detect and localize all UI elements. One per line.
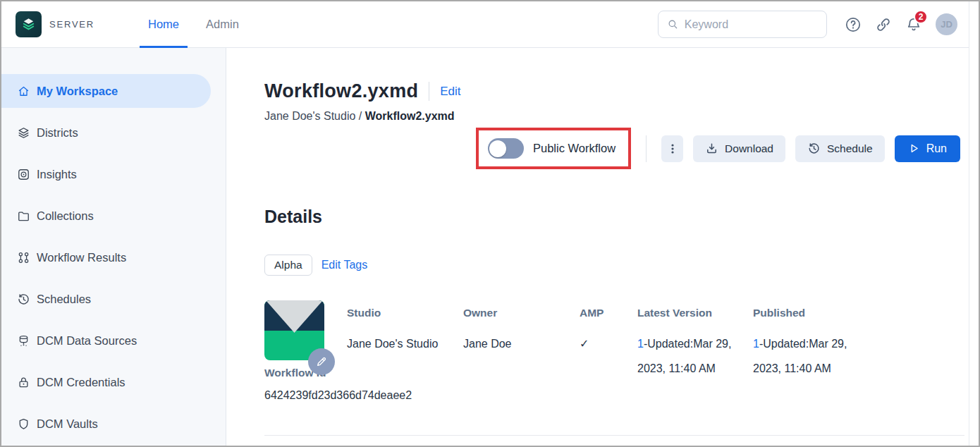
field-published: Published 1-Updated:Mar 29, 2023, 11:40 … bbox=[753, 300, 869, 402]
studio-label: Studio bbox=[347, 307, 463, 319]
edit-title-link[interactable]: Edit bbox=[440, 85, 460, 99]
sidebar-item-label: Districts bbox=[37, 126, 78, 140]
folder-icon bbox=[17, 209, 30, 223]
help-icon[interactable] bbox=[845, 16, 862, 33]
run-label: Run bbox=[926, 142, 947, 155]
sidebar-item-my-workspace[interactable]: My Workspace bbox=[1, 74, 211, 108]
sidebar-item-label: Insights bbox=[37, 168, 77, 181]
published-text: -Updated:Mar 29, 2023, 11:40 AM bbox=[753, 338, 847, 374]
primary-nav: Home Admin bbox=[145, 1, 242, 48]
sidebar-item-schedules[interactable]: Schedules bbox=[1, 282, 226, 316]
avatar[interactable]: JD bbox=[936, 13, 957, 35]
field-amp: AMP ✓ bbox=[580, 300, 637, 402]
search-input[interactable] bbox=[685, 18, 818, 31]
actions-row: Public Workflow Download bbox=[264, 128, 960, 169]
header-controls: 2 JD bbox=[658, 11, 957, 38]
nodes-icon bbox=[17, 251, 30, 264]
database-icon bbox=[17, 334, 30, 348]
layers-logo-icon bbox=[19, 15, 38, 34]
sidebar-item-dcm-vaults[interactable]: DCM Vaults bbox=[1, 407, 226, 441]
lock-icon bbox=[17, 376, 30, 389]
workflow-id-label: Workflow Id bbox=[264, 367, 347, 379]
history-clock-icon bbox=[17, 293, 30, 306]
details-heading: Details bbox=[264, 207, 960, 227]
public-workflow-highlight-box: Public Workflow bbox=[476, 128, 631, 169]
download-icon bbox=[705, 142, 718, 155]
title-row: Workflow2.yxmd Edit bbox=[264, 80, 960, 102]
breadcrumb-current: Workflow2.yxmd bbox=[365, 110, 455, 122]
schedule-clock-icon bbox=[807, 142, 821, 155]
edit-tags-link[interactable]: Edit Tags bbox=[321, 259, 368, 271]
sidebar-item-workflow-results[interactable]: Workflow Results bbox=[1, 240, 226, 274]
tab-admin[interactable]: Admin bbox=[203, 1, 242, 48]
schedule-button[interactable]: Schedule bbox=[795, 135, 885, 162]
more-options-button[interactable] bbox=[661, 135, 683, 162]
public-workflow-label: Public Workflow bbox=[533, 142, 615, 155]
download-label: Download bbox=[725, 142, 773, 155]
sidebar-item-label: Workflow Results bbox=[37, 251, 126, 264]
download-button[interactable]: Download bbox=[693, 135, 785, 162]
sidebar-item-dcm-credentials[interactable]: DCM Credentials bbox=[1, 365, 226, 399]
owner-label: Owner bbox=[463, 307, 580, 319]
search-icon bbox=[667, 18, 679, 31]
published-link[interactable]: 1 bbox=[753, 338, 759, 350]
sidebar-item-label: Schedules bbox=[37, 293, 91, 306]
breadcrumb: Jane Doe's Studio / Workflow2.yxmd bbox=[264, 110, 960, 123]
workflow-thumbnail-column: Workflow Id 6424239fd23d366d74deaee2 bbox=[264, 300, 347, 402]
latest-version-text: -Updated:Mar 29, 2023, 11:40 AM bbox=[637, 338, 731, 374]
server-app-window: SERVER Home Admin bbox=[0, 0, 980, 447]
amp-check-icon: ✓ bbox=[580, 331, 637, 356]
latest-version-value: 1-Updated:Mar 29, 2023, 11:40 AM bbox=[637, 331, 745, 381]
sidebar-item-label: DCM Data Sources bbox=[37, 334, 137, 348]
run-button[interactable]: Run bbox=[895, 135, 960, 162]
insights-icon bbox=[17, 168, 30, 181]
studio-value: Jane Doe's Studio bbox=[347, 331, 463, 356]
brand-label: SERVER bbox=[49, 19, 94, 30]
sidebar-item-dcm-data-sources[interactable]: DCM Data Sources bbox=[1, 324, 226, 357]
schedule-label: Schedule bbox=[827, 142, 873, 155]
pencil-icon bbox=[315, 355, 328, 368]
sidebar-item-label: My Workspace bbox=[37, 85, 118, 98]
published-label: Published bbox=[753, 307, 869, 319]
link-icon[interactable] bbox=[875, 16, 892, 33]
title-divider bbox=[429, 82, 429, 101]
run-play-icon bbox=[908, 142, 920, 154]
search-box[interactable] bbox=[658, 11, 827, 38]
workflow-id-value: 6424239fd23d366d74deaee2 bbox=[264, 389, 347, 402]
actions-divider bbox=[646, 135, 647, 162]
latest-version-link[interactable]: 1 bbox=[637, 338, 644, 350]
top-bar: SERVER Home Admin bbox=[1, 1, 979, 48]
sidebar-item-label: DCM Vaults bbox=[37, 417, 98, 431]
sidebar-item-districts[interactable]: Districts bbox=[1, 116, 226, 149]
toggle-knob bbox=[489, 140, 506, 157]
sidebar-item-label: DCM Credentials bbox=[37, 376, 125, 389]
layers-icon bbox=[17, 126, 30, 140]
sidebar: My Workspace Districts Insights bbox=[1, 48, 226, 446]
vertical-scrollbar[interactable] bbox=[969, 1, 979, 446]
shield-icon bbox=[17, 417, 30, 431]
amp-label: AMP bbox=[580, 307, 637, 319]
tab-home[interactable]: Home bbox=[145, 1, 182, 48]
latest-version-label: Latest Version bbox=[637, 307, 753, 319]
owner-value: Jane Doe bbox=[463, 331, 580, 356]
field-owner: Owner Jane Doe bbox=[463, 300, 580, 402]
breadcrumb-parent[interactable]: Jane Doe's Studio bbox=[264, 110, 355, 122]
alteryx-server-logo bbox=[16, 11, 42, 37]
field-studio: Studio Jane Doe's Studio bbox=[347, 300, 463, 402]
field-latest-version: Latest Version 1-Updated:Mar 29, 2023, 1… bbox=[637, 300, 753, 402]
breadcrumb-separator: / bbox=[359, 110, 365, 122]
page-title: Workflow2.yxmd bbox=[264, 80, 418, 102]
published-value: 1-Updated:Mar 29, 2023, 11:40 AM bbox=[753, 331, 860, 381]
tags-row: Alpha Edit Tags bbox=[264, 255, 960, 276]
sidebar-item-insights[interactable]: Insights bbox=[1, 157, 226, 191]
notification-badge: 2 bbox=[914, 10, 928, 24]
notifications[interactable]: 2 bbox=[905, 16, 922, 33]
section-bottom-divider bbox=[264, 435, 964, 436]
edit-thumbnail-button[interactable] bbox=[308, 348, 335, 375]
main-content: Workflow2.yxmd Edit Jane Doe's Studio / … bbox=[226, 48, 979, 446]
kebab-icon bbox=[667, 143, 678, 154]
public-workflow-toggle[interactable] bbox=[488, 138, 524, 159]
sidebar-item-collections[interactable]: Collections bbox=[1, 199, 226, 233]
sidebar-item-label: Collections bbox=[37, 209, 94, 223]
tag-alpha[interactable]: Alpha bbox=[264, 255, 312, 276]
